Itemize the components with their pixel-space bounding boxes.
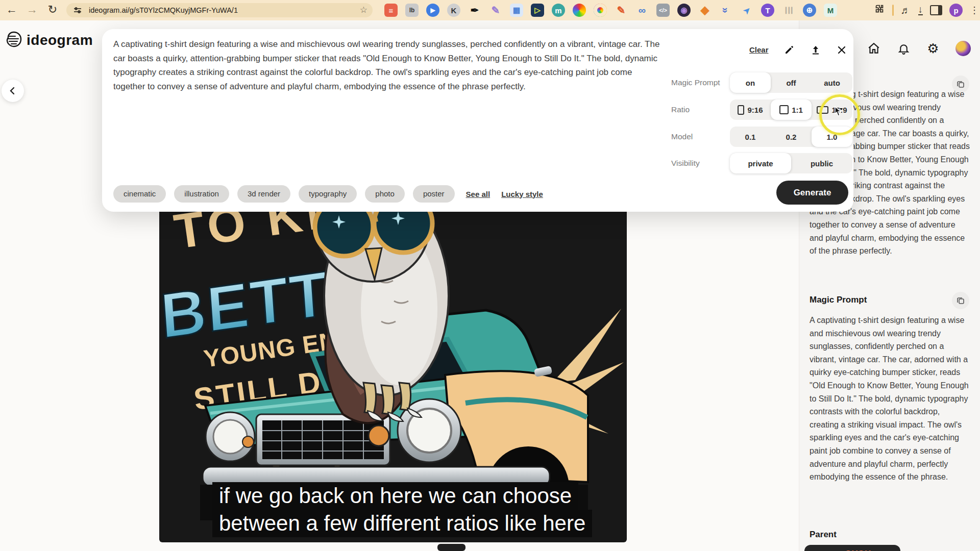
toolbar-separator bbox=[892, 5, 894, 16]
chevrons-blue-icon[interactable]: » bbox=[719, 4, 732, 17]
upload-icon[interactable] bbox=[809, 43, 822, 57]
magic-prompt-option-on[interactable]: on bbox=[730, 72, 771, 93]
prompt-dialog: A captivating t-shirt design featuring a… bbox=[102, 29, 853, 212]
magic-prompt-segmented: on off auto bbox=[730, 72, 852, 93]
playlist-icon[interactable]: ♬ bbox=[901, 5, 911, 16]
copy-magic-prompt-icon[interactable] bbox=[952, 292, 969, 309]
link-icon[interactable]: ∞ bbox=[635, 4, 649, 17]
next-image-peek[interactable] bbox=[437, 544, 465, 551]
close-icon[interactable] bbox=[835, 43, 848, 57]
style-tag-row: cinematic illustration 3d render typogra… bbox=[113, 185, 543, 203]
browser-menu-icon[interactable]: ⋮ bbox=[970, 5, 979, 16]
model-label: Model bbox=[671, 132, 693, 141]
browser-reload-icon[interactable]: ↻ bbox=[45, 2, 60, 17]
browser-back-icon[interactable]: ← bbox=[4, 2, 19, 17]
bookmark-star-icon[interactable]: ☆ bbox=[360, 5, 368, 15]
caption-line-1: if we go back on here we can choose bbox=[212, 482, 578, 510]
back-button[interactable] bbox=[2, 80, 24, 102]
magic-prompt-label: Magic Prompt bbox=[671, 78, 720, 87]
ratio-label: Ratio bbox=[671, 105, 690, 114]
url-text: ideogram.ai/g/sT0YlzCMQKuyjMGFr-YuWA/1 bbox=[89, 6, 238, 14]
eye-purple-icon[interactable]: ◉ bbox=[677, 4, 691, 17]
square-ratio-icon bbox=[779, 105, 789, 114]
notifications-bell-icon[interactable] bbox=[896, 41, 911, 56]
ideogram-brain-icon bbox=[5, 31, 22, 50]
visibility-label: Visibility bbox=[671, 159, 700, 168]
download-icon[interactable]: ↓ bbox=[918, 5, 923, 15]
visibility-option-public[interactable]: public bbox=[791, 153, 852, 173]
extensions-puzzle-icon[interactable] bbox=[874, 4, 885, 17]
color-ring-icon[interactable] bbox=[594, 4, 607, 17]
magic-prompt-heading: Magic Prompt bbox=[810, 295, 867, 305]
pin-blue-icon[interactable]: ➤ bbox=[738, 1, 756, 20]
purple-pen-icon[interactable]: ✎ bbox=[489, 4, 502, 17]
model-option-0-2[interactable]: 0.2 bbox=[771, 127, 812, 147]
ratio-option-9-16[interactable]: 9:16 bbox=[730, 99, 771, 120]
color-wheel-icon[interactable] bbox=[573, 4, 586, 17]
tag-typography[interactable]: typography bbox=[299, 185, 357, 203]
site-settings-icon[interactable] bbox=[74, 6, 82, 16]
magic-prompt-text: A captivating t-shirt design featuring a… bbox=[810, 314, 971, 484]
cursor-icon bbox=[831, 105, 844, 120]
lb-icon[interactable]: lb bbox=[405, 4, 419, 17]
settings-gear-icon[interactable]: ⚙ bbox=[926, 41, 940, 56]
tag-poster[interactable]: poster bbox=[413, 185, 455, 203]
m-green-icon[interactable]: M bbox=[824, 4, 837, 17]
visibility-segmented: private public bbox=[730, 153, 852, 173]
tag-illustration[interactable]: illustration bbox=[174, 185, 229, 203]
magic-prompt-option-off[interactable]: off bbox=[771, 72, 812, 93]
visibility-option-private[interactable]: private bbox=[730, 153, 791, 173]
see-all-link[interactable]: See all bbox=[466, 190, 491, 198]
side-panel-icon[interactable] bbox=[930, 5, 942, 15]
parent-heading: Parent bbox=[810, 530, 837, 540]
generate-button[interactable]: Generate bbox=[776, 181, 848, 205]
t-purple-icon[interactable]: T bbox=[761, 4, 774, 17]
eyedropper-icon[interactable]: ✒ bbox=[468, 4, 481, 17]
k-circle-icon[interactable]: K bbox=[447, 4, 460, 17]
photo-frame-icon[interactable]: ▦ bbox=[510, 4, 523, 17]
ratio-option-1-1[interactable]: 1:1 bbox=[771, 99, 812, 120]
metamask-fox-icon[interactable]: ◆ bbox=[698, 4, 712, 17]
ideogram-logo[interactable]: ideogram bbox=[5, 31, 93, 50]
browser-toolbar: ← → ↻ ideogram.ai/g/sT0YlzCMQKuyjMGFr-Yu… bbox=[0, 0, 980, 20]
home-icon[interactable] bbox=[867, 41, 881, 56]
todoist-icon[interactable]: ≡ bbox=[384, 4, 398, 17]
edit-pencil-icon[interactable] bbox=[782, 43, 796, 57]
code-icon[interactable]: </> bbox=[656, 4, 670, 17]
bars-icon[interactable]: ☰ bbox=[782, 4, 795, 17]
globe-blue-icon[interactable]: ⊕ bbox=[803, 4, 816, 17]
lucky-style-link[interactable]: Lucky style bbox=[501, 190, 543, 198]
model-option-0-1[interactable]: 0.1 bbox=[730, 127, 771, 147]
tag-cinematic[interactable]: cinematic bbox=[113, 185, 166, 203]
prompt-input[interactable]: A captivating t-shirt design featuring a… bbox=[113, 37, 662, 93]
navy-play-icon[interactable]: ▷ bbox=[531, 4, 544, 17]
browser-forward-icon[interactable]: → bbox=[24, 2, 40, 17]
parent-thumbnail[interactable]: OUGH bbox=[804, 545, 900, 551]
orange-pen-icon[interactable]: ✎ bbox=[615, 4, 628, 17]
browser-profile-avatar[interactable]: p bbox=[949, 4, 963, 17]
parent-thumbnail-text: OUGH bbox=[844, 549, 870, 551]
extension-row: ≡lb▶K✒✎▦▷m✎∞</>◉◆»➤T☰⊕M bbox=[384, 0, 837, 20]
address-bar[interactable]: ideogram.ai/g/sT0YlzCMQKuyjMGFr-YuWA/1 ☆ bbox=[66, 3, 373, 17]
clear-link[interactable]: Clear bbox=[749, 45, 769, 54]
caption-line-2: between a few different ratios like here bbox=[212, 510, 592, 537]
portrait-ratio-icon bbox=[738, 105, 744, 115]
play-blue-icon[interactable]: ▶ bbox=[426, 4, 439, 17]
tag-3d-render[interactable]: 3d render bbox=[237, 185, 290, 203]
m-teal-icon[interactable]: m bbox=[552, 4, 565, 17]
tag-photo[interactable]: photo bbox=[365, 185, 405, 203]
magic-prompt-option-auto[interactable]: auto bbox=[812, 72, 852, 93]
logo-text: ideogram bbox=[27, 32, 93, 48]
user-avatar[interactable] bbox=[955, 41, 971, 56]
